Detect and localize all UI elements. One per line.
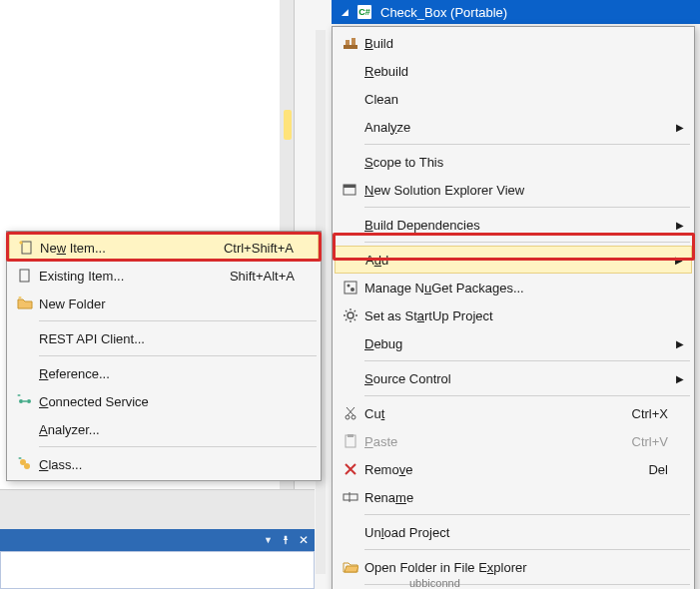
menu-new-solution-view[interactable]: New Solution Explorer View	[335, 176, 692, 204]
menu-analyze[interactable]: Analyze ▶	[335, 113, 692, 141]
existing-item-icon	[11, 262, 39, 290]
menu-label: Rename	[364, 490, 668, 505]
menu-open-folder[interactable]: Open Folder in File Explorer	[335, 553, 692, 581]
menu-connected-service[interactable]: Connected Service	[9, 387, 319, 415]
menu-label: Unload Project	[364, 525, 668, 540]
new-window-icon	[337, 176, 364, 204]
highlight-marker	[284, 110, 292, 140]
tool-window-body	[0, 551, 315, 589]
menu-startup-project[interactable]: Set as StartUp Project	[335, 301, 692, 329]
menu-label: Build	[364, 36, 668, 51]
menu-separator	[39, 355, 317, 356]
new-folder-icon	[11, 290, 39, 317]
menu-class[interactable]: Class...	[9, 450, 319, 478]
menu-clean[interactable]: Clean	[335, 85, 692, 113]
connected-service-icon	[11, 387, 39, 415]
remove-icon	[337, 455, 364, 483]
svg-point-7	[350, 288, 354, 292]
nuget-icon	[337, 274, 364, 301]
svg-point-9	[346, 415, 350, 419]
gear-icon	[337, 301, 364, 329]
obscured-tree-text: ubbiconnd	[409, 577, 460, 589]
menu-separator	[364, 242, 690, 243]
expander-icon[interactable]: ◢	[342, 7, 349, 17]
menu-label: Existing Item...	[39, 269, 210, 284]
menu-label: Debug	[364, 336, 668, 351]
tool-window-header[interactable]: ▼ ✕	[0, 529, 315, 551]
menu-label: REST API Client...	[39, 331, 295, 346]
menu-analyzer[interactable]: Analyzer...	[9, 415, 319, 443]
class-icon	[11, 450, 39, 478]
svg-point-8	[348, 312, 353, 318]
svg-point-17	[19, 399, 23, 403]
menu-label: Cut	[364, 406, 612, 421]
submenu-arrow-icon: ▶	[676, 220, 684, 231]
svg-rect-12	[348, 434, 353, 437]
menu-label: Analyzer...	[39, 422, 295, 437]
add-submenu: New Item... Ctrl+Shift+A Existing Item..…	[6, 231, 322, 481]
cut-icon	[337, 399, 364, 427]
dropdown-icon[interactable]: ▼	[264, 535, 273, 545]
menu-label: Rebuild	[364, 64, 668, 79]
menu-label: New Item...	[40, 241, 204, 256]
menu-label: New Solution Explorer View	[364, 183, 668, 198]
menu-cut[interactable]: Cut Ctrl+X	[335, 399, 692, 427]
pin-icon[interactable]	[281, 533, 291, 548]
menu-add[interactable]: Add ▶	[335, 246, 692, 274]
menu-label: Paste	[364, 434, 612, 449]
paste-icon	[337, 427, 364, 455]
menu-shortcut: Ctrl+Shift+A	[204, 241, 294, 256]
menu-build-dependencies[interactable]: Build Dependencies ▶	[335, 211, 692, 239]
menu-label: Connected Service	[39, 394, 295, 409]
editor-footer	[0, 489, 315, 529]
svg-rect-4	[344, 185, 355, 188]
menu-label: Analyze	[364, 120, 668, 135]
menu-separator	[364, 514, 690, 515]
project-context-menu: Build Rebuild Clean Analyze ▶ Scope to T…	[332, 26, 695, 589]
svg-point-18	[27, 399, 31, 403]
new-item-icon	[12, 234, 40, 262]
menu-label: Clean	[364, 92, 668, 107]
menu-remove[interactable]: Remove Del	[335, 455, 692, 483]
menu-label: New Folder	[39, 296, 295, 311]
close-icon[interactable]: ✕	[299, 533, 309, 547]
menu-rebuild[interactable]: Rebuild	[335, 57, 692, 85]
menu-unload-project[interactable]: Unload Project	[335, 518, 692, 546]
menu-reference[interactable]: Reference...	[9, 359, 319, 387]
menu-separator	[364, 395, 690, 396]
menu-label: Remove	[364, 462, 628, 477]
menu-label: Open Folder in File Explorer	[364, 560, 668, 575]
svg-rect-0	[344, 45, 357, 49]
project-node-selected[interactable]: ◢ C# Check_Box (Portable)	[332, 0, 700, 24]
menu-shortcut: Ctrl+X	[612, 406, 668, 421]
menu-label: Build Dependencies	[364, 218, 668, 233]
svg-point-6	[348, 285, 350, 288]
project-name: Check_Box (Portable)	[380, 5, 507, 20]
build-icon	[337, 29, 364, 57]
menu-separator	[364, 549, 690, 550]
menu-build[interactable]: Build	[335, 29, 692, 57]
menu-new-item[interactable]: New Item... Ctrl+Shift+A	[9, 234, 319, 262]
menu-separator	[364, 360, 690, 361]
menu-shortcut: Ctrl+V	[612, 434, 668, 449]
menu-source-control[interactable]: Source Control ▶	[335, 364, 692, 392]
svg-rect-2	[351, 38, 355, 45]
menu-scope-to-this[interactable]: Scope to This	[335, 148, 692, 176]
menu-label: Scope to This	[364, 155, 668, 170]
menu-shortcut: Shift+Alt+A	[210, 269, 295, 284]
menu-debug[interactable]: Debug ▶	[335, 329, 692, 357]
svg-rect-15	[22, 242, 31, 254]
csharp-project-icon: C#	[356, 4, 372, 20]
menu-new-folder[interactable]: New Folder	[9, 290, 319, 317]
submenu-arrow-icon: ▶	[676, 373, 684, 384]
svg-rect-5	[345, 282, 356, 294]
svg-point-10	[351, 415, 355, 419]
menu-manage-nuget[interactable]: Manage NuGet Packages...	[335, 274, 692, 301]
submenu-arrow-icon: ▶	[676, 338, 684, 349]
menu-existing-item[interactable]: Existing Item... Shift+Alt+A	[9, 262, 319, 290]
menu-shortcut: Del	[628, 462, 668, 477]
menu-label: Reference...	[39, 366, 295, 381]
rename-icon	[337, 483, 364, 511]
menu-rest-api-client[interactable]: REST API Client...	[9, 324, 319, 352]
menu-rename[interactable]: Rename	[335, 483, 692, 511]
